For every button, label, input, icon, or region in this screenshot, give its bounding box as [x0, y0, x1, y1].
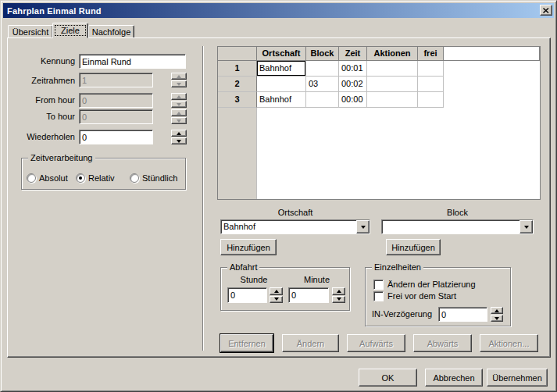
frei-vor-start-label[interactable]: Frei vor dem Start [387, 291, 456, 301]
arrow-down-icon [337, 298, 341, 301]
aendern-platzierung-checkbox[interactable] [373, 280, 384, 290]
arrow-down-icon [495, 317, 499, 320]
hinzufuegen-block-button[interactable]: Hinzufügen [386, 239, 441, 255]
radio-absolut[interactable] [27, 173, 36, 183]
hinzufuegen-ortschaft-button[interactable]: Hinzufügen [220, 239, 277, 255]
button-label: OK [382, 373, 395, 383]
zeit-cell[interactable]: 00:00 [339, 92, 367, 108]
abbrechen-button[interactable]: Abbrechen [425, 369, 483, 387]
ortschaft-cell[interactable]: Bahnhof [257, 61, 306, 77]
frei-vor-start-checkbox[interactable] [373, 291, 384, 301]
aufwaerts-button[interactable]: Aufwärts [347, 334, 405, 352]
table-row[interactable]: 2 03 00:02 [218, 77, 540, 92]
row-number-cell[interactable]: 2 [218, 77, 257, 92]
in-verzoegerung-label: IN-Verzögerung [372, 309, 432, 319]
button-label: Abbrechen [433, 373, 474, 383]
header-frei: frei [418, 47, 444, 61]
from-hour-input [79, 93, 153, 108]
radio-stuendlich[interactable] [130, 173, 139, 183]
minute-input[interactable] [288, 287, 329, 303]
entfernen-button[interactable]: Entfernen [220, 334, 273, 352]
from-hour-label: From hour [9, 95, 75, 105]
header-aktionen: Aktionen [367, 47, 418, 61]
ortschaft-cell[interactable] [257, 77, 306, 92]
aktionen-cell[interactable] [367, 92, 418, 108]
spin-down-button[interactable] [332, 296, 345, 304]
chevron-down-icon [524, 226, 529, 229]
tab-ziele[interactable]: Ziele [52, 23, 88, 38]
spin-up-button[interactable] [270, 287, 283, 295]
ortschaft-cell[interactable]: Bahnhof [257, 92, 306, 108]
aktionen-cell[interactable] [367, 77, 418, 92]
zeitverarbeitung-group-title: Zeitverarbeitung [28, 153, 95, 162]
aktionen-cell[interactable] [367, 61, 418, 77]
in-verzoegerung-input[interactable] [438, 307, 487, 322]
titlebar[interactable]: Fahrplan Einmal Rund [3, 3, 554, 18]
row-number-cell[interactable]: 1 [218, 61, 257, 77]
aktionen-button[interactable]: Aktionen... [480, 334, 538, 352]
zeit-cell[interactable]: 00:02 [339, 77, 367, 92]
frei-cell[interactable] [418, 92, 444, 108]
spin-up-button[interactable] [332, 287, 345, 295]
spin-down-button[interactable] [270, 296, 283, 304]
kennung-input[interactable] [79, 54, 186, 69]
minute-spinner[interactable] [332, 287, 345, 303]
uebernehmen-button[interactable]: Übernehmen [487, 369, 548, 387]
block-cell[interactable]: 03 [306, 77, 339, 92]
spin-up-button[interactable] [491, 307, 503, 314]
ok-button[interactable]: OK [359, 369, 417, 387]
row-number-cell[interactable]: 3 [218, 92, 257, 108]
radio-relativ[interactable] [76, 173, 85, 183]
spin-down-button[interactable] [171, 137, 187, 144]
stunde-input[interactable] [227, 287, 267, 303]
filler-cell [444, 77, 540, 92]
tab-focus-rect [55, 25, 86, 36]
arrow-up-icon [177, 75, 181, 78]
row-header-strip [218, 108, 257, 199]
radio-stuendlich-label[interactable]: Stündlich [142, 173, 177, 183]
radio-relativ-label[interactable]: Relativ [88, 173, 115, 183]
dropdown-button[interactable] [356, 220, 370, 233]
frei-cell[interactable] [418, 61, 444, 77]
arrow-up-icon [177, 132, 181, 135]
arrow-up-icon [177, 112, 181, 115]
ortschaft-combobox[interactable]: Bahnhof [220, 219, 370, 234]
block-cell[interactable] [306, 61, 339, 77]
tab-nachfolge[interactable]: Nachfolge [88, 25, 134, 38]
frei-cell[interactable] [418, 77, 444, 92]
spin-up-button [171, 73, 187, 80]
button-label: Aufwärts [359, 339, 393, 348]
radio-absolut-label[interactable]: Absolut [39, 173, 68, 183]
spin-down-button[interactable] [491, 315, 503, 322]
stunde-spinner[interactable] [270, 287, 283, 303]
header-filler [444, 47, 540, 61]
wiederholen-spinner[interactable] [171, 130, 187, 144]
arrow-down-icon [177, 103, 181, 106]
aendern-button[interactable]: Ändern [282, 334, 339, 352]
close-button[interactable] [540, 5, 552, 16]
chevron-down-icon [361, 226, 366, 229]
tab-uebersicht-label: Übersicht [12, 27, 48, 37]
table-row[interactable]: 3 Bahnhof 00:00 [218, 92, 540, 108]
destinations-table[interactable]: Ortschaft Block Zeit Aktionen frei 1 Bah… [217, 46, 541, 200]
wiederholen-input[interactable] [79, 130, 153, 144]
wiederholen-label: Wiederholen [9, 132, 75, 141]
tab-uebersicht[interactable]: Übersicht [8, 25, 53, 38]
button-label: Entfernen [228, 339, 266, 348]
button-label: Hinzufügen [391, 243, 435, 252]
in-verzoegerung-spinner[interactable] [491, 307, 503, 322]
dropdown-button[interactable] [520, 220, 533, 233]
block-cell[interactable] [306, 92, 339, 108]
table-row[interactable]: 1 Bahnhof 00:01 [218, 61, 540, 77]
close-icon [543, 8, 549, 13]
zeitrahmen-spinner [171, 73, 187, 87]
zeit-cell[interactable]: 00:01 [339, 61, 367, 77]
to-hour-label: To hour [9, 112, 75, 121]
spin-up-button[interactable] [171, 130, 187, 137]
aendern-platzierung-label[interactable]: Ändern der Platzierung [387, 280, 476, 289]
abwaerts-button[interactable]: Abwärts [413, 334, 472, 352]
button-label: Ändern [297, 339, 324, 348]
zeitrahmen-label: Zeitrahmen [9, 76, 75, 85]
arrow-down-icon [274, 298, 279, 301]
block-combobox[interactable] [381, 219, 534, 234]
